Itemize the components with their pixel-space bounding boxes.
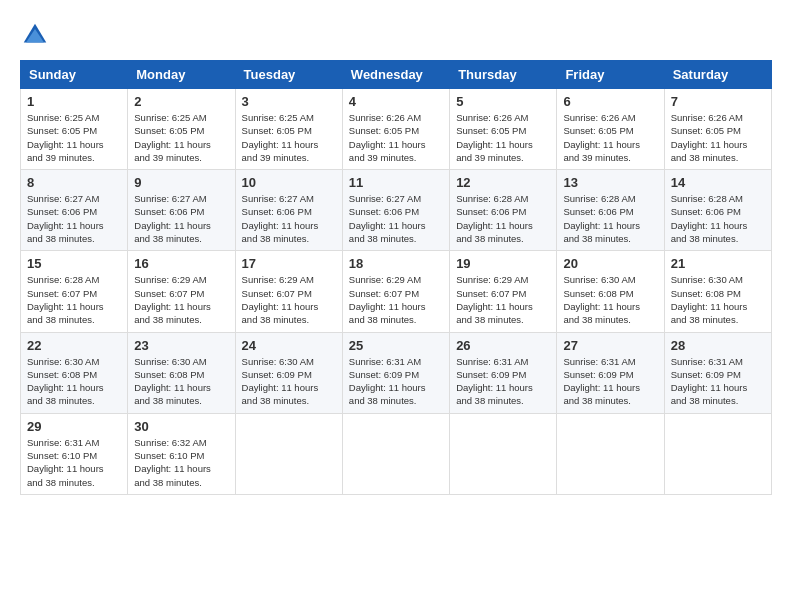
day-info: Sunrise: 6:26 AM Sunset: 6:05 PM Dayligh… xyxy=(349,111,443,164)
day-info: Sunrise: 6:25 AM Sunset: 6:05 PM Dayligh… xyxy=(242,111,336,164)
day-info: Sunrise: 6:31 AM Sunset: 6:09 PM Dayligh… xyxy=(456,355,550,408)
day-number: 3 xyxy=(242,94,336,109)
day-info: Sunrise: 6:26 AM Sunset: 6:05 PM Dayligh… xyxy=(671,111,765,164)
day-info: Sunrise: 6:30 AM Sunset: 6:08 PM Dayligh… xyxy=(27,355,121,408)
day-number: 24 xyxy=(242,338,336,353)
day-info: Sunrise: 6:28 AM Sunset: 6:06 PM Dayligh… xyxy=(671,192,765,245)
calendar-cell: 13 Sunrise: 6:28 AM Sunset: 6:06 PM Dayl… xyxy=(557,170,664,251)
calendar-cell: 10 Sunrise: 6:27 AM Sunset: 6:06 PM Dayl… xyxy=(235,170,342,251)
day-number: 21 xyxy=(671,256,765,271)
day-number: 26 xyxy=(456,338,550,353)
day-header-thursday: Thursday xyxy=(450,61,557,89)
page-header xyxy=(20,20,772,50)
day-info: Sunrise: 6:27 AM Sunset: 6:06 PM Dayligh… xyxy=(134,192,228,245)
day-number: 28 xyxy=(671,338,765,353)
day-info: Sunrise: 6:29 AM Sunset: 6:07 PM Dayligh… xyxy=(242,273,336,326)
calendar-cell: 25 Sunrise: 6:31 AM Sunset: 6:09 PM Dayl… xyxy=(342,332,449,413)
calendar-header-row: SundayMondayTuesdayWednesdayThursdayFrid… xyxy=(21,61,772,89)
day-number: 2 xyxy=(134,94,228,109)
day-info: Sunrise: 6:28 AM Sunset: 6:07 PM Dayligh… xyxy=(27,273,121,326)
calendar-cell: 27 Sunrise: 6:31 AM Sunset: 6:09 PM Dayl… xyxy=(557,332,664,413)
day-number: 14 xyxy=(671,175,765,190)
calendar-cell: 1 Sunrise: 6:25 AM Sunset: 6:05 PM Dayli… xyxy=(21,89,128,170)
day-header-sunday: Sunday xyxy=(21,61,128,89)
calendar-cell: 26 Sunrise: 6:31 AM Sunset: 6:09 PM Dayl… xyxy=(450,332,557,413)
calendar-week-5: 29 Sunrise: 6:31 AM Sunset: 6:10 PM Dayl… xyxy=(21,413,772,494)
calendar-cell: 4 Sunrise: 6:26 AM Sunset: 6:05 PM Dayli… xyxy=(342,89,449,170)
day-number: 1 xyxy=(27,94,121,109)
day-info: Sunrise: 6:31 AM Sunset: 6:09 PM Dayligh… xyxy=(349,355,443,408)
calendar-cell: 20 Sunrise: 6:30 AM Sunset: 6:08 PM Dayl… xyxy=(557,251,664,332)
day-info: Sunrise: 6:28 AM Sunset: 6:06 PM Dayligh… xyxy=(456,192,550,245)
day-number: 6 xyxy=(563,94,657,109)
calendar-cell: 17 Sunrise: 6:29 AM Sunset: 6:07 PM Dayl… xyxy=(235,251,342,332)
day-info: Sunrise: 6:25 AM Sunset: 6:05 PM Dayligh… xyxy=(134,111,228,164)
day-number: 25 xyxy=(349,338,443,353)
calendar-cell: 15 Sunrise: 6:28 AM Sunset: 6:07 PM Dayl… xyxy=(21,251,128,332)
day-number: 7 xyxy=(671,94,765,109)
calendar-cell xyxy=(664,413,771,494)
calendar-cell xyxy=(342,413,449,494)
day-header-monday: Monday xyxy=(128,61,235,89)
calendar-cell: 29 Sunrise: 6:31 AM Sunset: 6:10 PM Dayl… xyxy=(21,413,128,494)
calendar-cell: 7 Sunrise: 6:26 AM Sunset: 6:05 PM Dayli… xyxy=(664,89,771,170)
day-info: Sunrise: 6:31 AM Sunset: 6:09 PM Dayligh… xyxy=(563,355,657,408)
day-info: Sunrise: 6:29 AM Sunset: 6:07 PM Dayligh… xyxy=(134,273,228,326)
day-header-friday: Friday xyxy=(557,61,664,89)
day-number: 17 xyxy=(242,256,336,271)
day-number: 18 xyxy=(349,256,443,271)
day-number: 12 xyxy=(456,175,550,190)
day-number: 9 xyxy=(134,175,228,190)
calendar-cell xyxy=(450,413,557,494)
calendar-cell: 3 Sunrise: 6:25 AM Sunset: 6:05 PM Dayli… xyxy=(235,89,342,170)
day-info: Sunrise: 6:27 AM Sunset: 6:06 PM Dayligh… xyxy=(27,192,121,245)
calendar-cell: 14 Sunrise: 6:28 AM Sunset: 6:06 PM Dayl… xyxy=(664,170,771,251)
calendar-cell: 19 Sunrise: 6:29 AM Sunset: 6:07 PM Dayl… xyxy=(450,251,557,332)
logo-icon xyxy=(20,20,50,50)
calendar-cell: 12 Sunrise: 6:28 AM Sunset: 6:06 PM Dayl… xyxy=(450,170,557,251)
day-number: 16 xyxy=(134,256,228,271)
day-number: 5 xyxy=(456,94,550,109)
day-number: 15 xyxy=(27,256,121,271)
day-number: 19 xyxy=(456,256,550,271)
day-info: Sunrise: 6:29 AM Sunset: 6:07 PM Dayligh… xyxy=(456,273,550,326)
day-info: Sunrise: 6:32 AM Sunset: 6:10 PM Dayligh… xyxy=(134,436,228,489)
day-number: 22 xyxy=(27,338,121,353)
logo xyxy=(20,20,54,50)
day-info: Sunrise: 6:26 AM Sunset: 6:05 PM Dayligh… xyxy=(456,111,550,164)
calendar-cell: 30 Sunrise: 6:32 AM Sunset: 6:10 PM Dayl… xyxy=(128,413,235,494)
day-header-saturday: Saturday xyxy=(664,61,771,89)
day-number: 10 xyxy=(242,175,336,190)
day-info: Sunrise: 6:31 AM Sunset: 6:09 PM Dayligh… xyxy=(671,355,765,408)
day-number: 13 xyxy=(563,175,657,190)
calendar-week-3: 15 Sunrise: 6:28 AM Sunset: 6:07 PM Dayl… xyxy=(21,251,772,332)
day-info: Sunrise: 6:27 AM Sunset: 6:06 PM Dayligh… xyxy=(349,192,443,245)
day-info: Sunrise: 6:27 AM Sunset: 6:06 PM Dayligh… xyxy=(242,192,336,245)
calendar-cell: 2 Sunrise: 6:25 AM Sunset: 6:05 PM Dayli… xyxy=(128,89,235,170)
calendar-week-2: 8 Sunrise: 6:27 AM Sunset: 6:06 PM Dayli… xyxy=(21,170,772,251)
day-info: Sunrise: 6:30 AM Sunset: 6:08 PM Dayligh… xyxy=(563,273,657,326)
day-number: 8 xyxy=(27,175,121,190)
day-number: 20 xyxy=(563,256,657,271)
day-number: 29 xyxy=(27,419,121,434)
calendar-week-1: 1 Sunrise: 6:25 AM Sunset: 6:05 PM Dayli… xyxy=(21,89,772,170)
calendar-cell: 11 Sunrise: 6:27 AM Sunset: 6:06 PM Dayl… xyxy=(342,170,449,251)
calendar-table: SundayMondayTuesdayWednesdayThursdayFrid… xyxy=(20,60,772,495)
calendar-cell: 21 Sunrise: 6:30 AM Sunset: 6:08 PM Dayl… xyxy=(664,251,771,332)
calendar-cell: 16 Sunrise: 6:29 AM Sunset: 6:07 PM Dayl… xyxy=(128,251,235,332)
calendar-cell: 8 Sunrise: 6:27 AM Sunset: 6:06 PM Dayli… xyxy=(21,170,128,251)
calendar-cell: 9 Sunrise: 6:27 AM Sunset: 6:06 PM Dayli… xyxy=(128,170,235,251)
day-info: Sunrise: 6:26 AM Sunset: 6:05 PM Dayligh… xyxy=(563,111,657,164)
calendar-cell: 5 Sunrise: 6:26 AM Sunset: 6:05 PM Dayli… xyxy=(450,89,557,170)
calendar-cell: 18 Sunrise: 6:29 AM Sunset: 6:07 PM Dayl… xyxy=(342,251,449,332)
day-info: Sunrise: 6:28 AM Sunset: 6:06 PM Dayligh… xyxy=(563,192,657,245)
day-number: 4 xyxy=(349,94,443,109)
day-number: 23 xyxy=(134,338,228,353)
calendar-cell xyxy=(557,413,664,494)
day-info: Sunrise: 6:30 AM Sunset: 6:09 PM Dayligh… xyxy=(242,355,336,408)
day-number: 27 xyxy=(563,338,657,353)
day-number: 30 xyxy=(134,419,228,434)
day-number: 11 xyxy=(349,175,443,190)
day-info: Sunrise: 6:30 AM Sunset: 6:08 PM Dayligh… xyxy=(671,273,765,326)
calendar-cell: 24 Sunrise: 6:30 AM Sunset: 6:09 PM Dayl… xyxy=(235,332,342,413)
